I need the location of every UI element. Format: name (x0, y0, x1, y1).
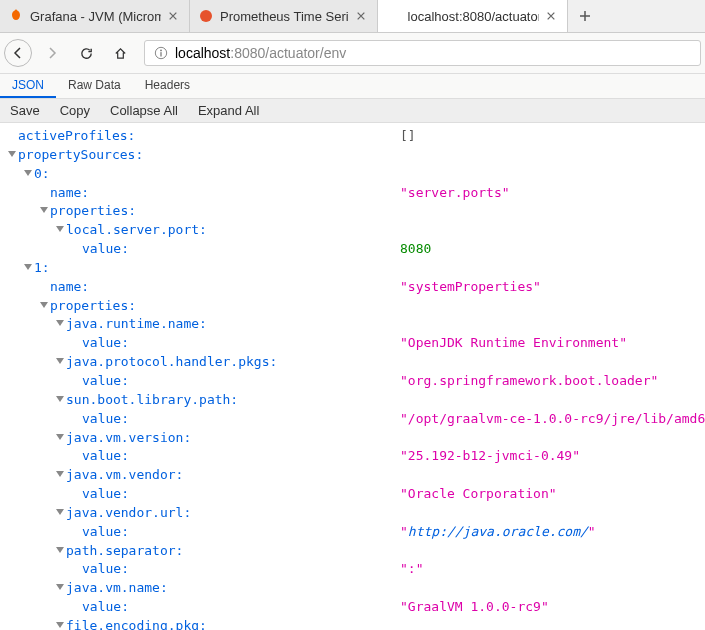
site-info-icon[interactable] (153, 45, 169, 61)
json-key[interactable]: 0: (34, 166, 50, 181)
json-key[interactable]: java.vm.version: (66, 430, 191, 445)
close-icon[interactable] (353, 8, 369, 24)
json-key[interactable]: name: (50, 279, 89, 294)
twisty-icon[interactable] (56, 547, 64, 553)
json-value: "GraalVM 1.0.0-rc9" (400, 598, 549, 617)
json-row: value:"http://java.oracle.com/" (2, 523, 703, 542)
json-row: java.vm.vendor: (2, 466, 703, 485)
json-row: path.separator: (2, 542, 703, 561)
json-row: value:"org.springframework.boot.loader" (2, 372, 703, 391)
json-key[interactable]: value: (82, 524, 129, 539)
json-row: java.vm.name: (2, 579, 703, 598)
json-key[interactable]: name: (50, 185, 89, 200)
json-row: 0: (2, 165, 703, 184)
json-key[interactable]: value: (82, 486, 129, 501)
browser-tab-grafana[interactable]: Grafana - JVM (Microm (0, 0, 190, 32)
json-key[interactable]: sun.boot.library.path: (66, 392, 238, 407)
twisty-icon[interactable] (40, 302, 48, 308)
browser-tab-prometheus[interactable]: Prometheus Time Seri (190, 0, 378, 32)
json-key[interactable]: value: (82, 335, 129, 350)
json-row: activeProfiles:[] (2, 127, 703, 146)
json-key[interactable]: 1: (34, 260, 50, 275)
twisty-icon[interactable] (56, 226, 64, 232)
json-row: 1: (2, 259, 703, 278)
twisty-icon[interactable] (24, 170, 32, 176)
json-row: file.encoding.pkg: (2, 617, 703, 630)
json-key[interactable]: path.separator: (66, 543, 183, 558)
json-key[interactable]: properties: (50, 298, 136, 313)
browser-tab-localhost[interactable]: localhost:8080/actuator/e (378, 0, 568, 32)
json-value: "OpenJDK Runtime Environment" (400, 334, 627, 353)
twisty-icon[interactable] (56, 320, 64, 326)
forward-button[interactable] (38, 39, 66, 67)
json-row: value:"Oracle Corporation" (2, 485, 703, 504)
json-key[interactable]: java.vm.name: (66, 580, 168, 595)
json-key[interactable]: file.encoding.pkg: (66, 618, 207, 630)
collapse-all-button[interactable]: Collapse All (100, 99, 188, 122)
json-key[interactable]: activeProfiles: (18, 128, 135, 143)
json-key[interactable]: propertySources: (18, 147, 143, 162)
json-row: java.protocol.handler.pkgs: (2, 353, 703, 372)
save-button[interactable]: Save (0, 99, 50, 122)
json-key[interactable]: value: (82, 448, 129, 463)
json-url-link[interactable]: http://java.oracle.com/ (408, 524, 588, 539)
tab-raw-data[interactable]: Raw Data (56, 74, 133, 98)
json-key[interactable]: java.runtime.name: (66, 316, 207, 331)
devtools-tabs: JSON Raw Data Headers (0, 74, 705, 99)
json-row: propertySources: (2, 146, 703, 165)
browser-tab-bar: Grafana - JVM (Microm Prometheus Time Se… (0, 0, 705, 33)
json-row: value:8080 (2, 240, 703, 259)
json-row: value:"OpenJDK Runtime Environment" (2, 334, 703, 353)
json-key[interactable]: local.server.port: (66, 222, 207, 237)
json-row: local.server.port: (2, 221, 703, 240)
copy-button[interactable]: Copy (50, 99, 100, 122)
json-key[interactable]: java.vendor.url: (66, 505, 191, 520)
tab-json[interactable]: JSON (0, 74, 56, 98)
expand-all-button[interactable]: Expand All (188, 99, 269, 122)
twisty-icon[interactable] (56, 622, 64, 628)
url-bar[interactable]: localhost:8080/actuator/env (144, 40, 701, 66)
new-tab-button[interactable] (568, 0, 602, 32)
twisty-icon[interactable] (56, 584, 64, 590)
json-row: sun.boot.library.path: (2, 391, 703, 410)
tab-title: localhost:8080/actuator/e (408, 9, 539, 24)
json-row: value:":" (2, 560, 703, 579)
json-row: name:"systemProperties" (2, 278, 703, 297)
json-row: value:"25.192-b12-jvmci-0.49" (2, 447, 703, 466)
json-row: java.vm.version: (2, 429, 703, 448)
json-value: 8080 (400, 240, 431, 259)
home-button[interactable] (106, 39, 134, 67)
json-key[interactable]: value: (82, 241, 129, 256)
back-button[interactable] (4, 39, 32, 67)
json-key[interactable]: value: (82, 561, 129, 576)
json-value: [] (400, 127, 416, 146)
json-key[interactable]: properties: (50, 203, 136, 218)
svg-rect-3 (160, 52, 161, 56)
reload-button[interactable] (72, 39, 100, 67)
twisty-icon[interactable] (8, 151, 16, 157)
json-key[interactable]: java.vm.vendor: (66, 467, 183, 482)
json-value: "org.springframework.boot.loader" (400, 372, 658, 391)
twisty-icon[interactable] (56, 396, 64, 402)
tab-title: Prometheus Time Seri (220, 9, 349, 24)
json-key[interactable]: java.protocol.handler.pkgs: (66, 354, 277, 369)
twisty-icon[interactable] (56, 434, 64, 440)
close-icon[interactable] (165, 8, 181, 24)
json-toolbar: Save Copy Collapse All Expand All (0, 99, 705, 123)
json-value: "server.ports" (400, 184, 510, 203)
twisty-icon[interactable] (40, 207, 48, 213)
twisty-icon[interactable] (56, 471, 64, 477)
json-key[interactable]: value: (82, 599, 129, 614)
json-row: value:"/opt/graalvm-ce-1.0.0-rc9/jre/lib… (2, 410, 703, 429)
json-key[interactable]: value: (82, 373, 129, 388)
json-row: java.runtime.name: (2, 315, 703, 334)
json-key[interactable]: value: (82, 411, 129, 426)
twisty-icon[interactable] (56, 509, 64, 515)
twisty-icon[interactable] (56, 358, 64, 364)
tab-headers[interactable]: Headers (133, 74, 202, 98)
close-icon[interactable] (543, 8, 559, 24)
tab-title: Grafana - JVM (Microm (30, 9, 161, 24)
twisty-icon[interactable] (24, 264, 32, 270)
url-text: localhost:8080/actuator/env (175, 45, 692, 61)
json-row: properties: (2, 297, 703, 316)
